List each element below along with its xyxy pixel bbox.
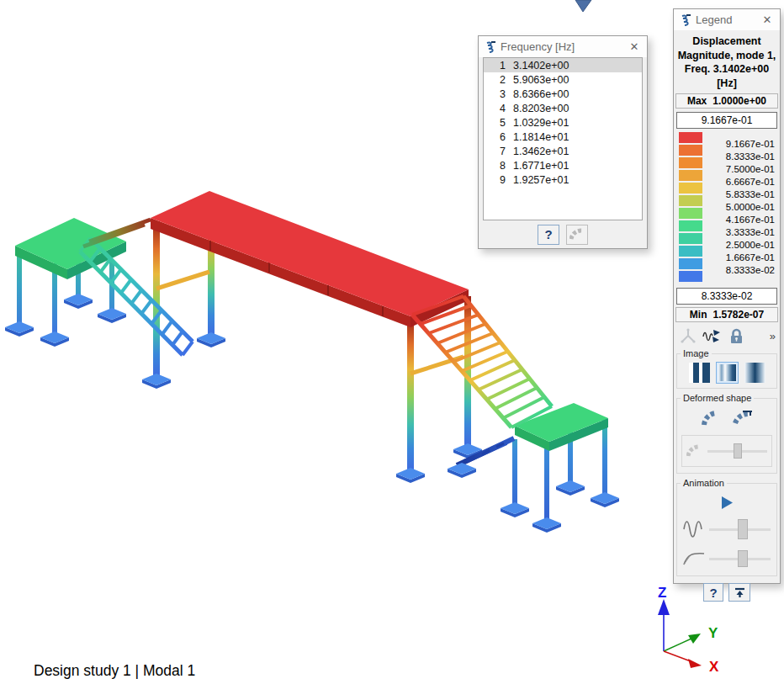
application-canvas: Z Y X Frequency [Hz] ✕ 13.1402e+0025.906…: [0, 0, 784, 700]
min-value: 1.5782e-07: [712, 309, 764, 321]
frequency-row-value: 1.0329e+01: [513, 117, 569, 129]
frequency-row-index: 1: [484, 60, 506, 72]
frequency-row-value: 5.9063e+00: [513, 74, 569, 86]
legend-footer: ?: [674, 580, 780, 606]
deformed-scale-slider[interactable]: [707, 450, 767, 453]
mirror-gradient-icon: [744, 363, 765, 383]
frequency-row-index: 4: [484, 103, 506, 114]
frequency-row-value: 8.6366e+00: [513, 88, 569, 100]
scale-tick-label: 5.0000e-01: [726, 201, 775, 213]
lock-icon[interactable]: [728, 328, 745, 344]
frequency-row-index: 3: [484, 88, 506, 100]
frequency-row-value: 8.8203e+00: [513, 103, 569, 114]
scale-tick-label: 8.3333e-01: [726, 151, 775, 162]
legend-header-text: Displacement Magnitude, mode 1, Freq. 3.…: [674, 30, 780, 93]
animation-frequency-row: [680, 512, 774, 545]
frequency-modeshape-button[interactable]: [566, 225, 588, 245]
axis-y-label: Y: [708, 625, 718, 641]
response-curve-icon: [683, 551, 705, 566]
legend-title: Legend: [696, 13, 755, 26]
scale-color-band: [679, 132, 702, 143]
animation-amplitude-thumb[interactable]: [738, 550, 748, 567]
scale-color-band: [679, 195, 702, 206]
image-style-mirror-button[interactable]: [744, 362, 766, 384]
frequency-dialog: Frequency [Hz] ✕ 13.1402e+0025.9063e+003…: [478, 35, 648, 249]
frequency-row-value: 1.6771e+01: [513, 160, 569, 172]
frequency-row[interactable]: 25.9063e+00: [484, 72, 642, 87]
view-rotate-arrow-icon[interactable]: [575, 0, 591, 12]
probe-plot-icon[interactable]: [702, 329, 722, 343]
sine-wave-icon: [683, 518, 705, 540]
frequency-row[interactable]: 71.3462e+01: [484, 144, 642, 158]
frequency-row-value: 1.9257e+01: [513, 174, 569, 186]
deformed-scale-icon[interactable]: [733, 410, 753, 427]
animation-frequency-slider[interactable]: [709, 528, 771, 531]
scale-tick-label: 5.8333e-01: [726, 188, 775, 200]
discrete-gradient-icon: [689, 363, 710, 383]
expand-chevron[interactable]: »: [770, 330, 775, 342]
max-value: 1.0000e+00: [712, 95, 766, 107]
model-viewport[interactable]: Z Y X: [0, 0, 784, 700]
image-group-label: Image: [681, 348, 712, 358]
color-scale: 9.1667e-018.3333e-017.5000e-016.6667e-01…: [679, 132, 776, 284]
frequency-row[interactable]: 91.9257e+01: [484, 172, 642, 187]
scale-color-band: [679, 170, 702, 181]
frequency-icon: [485, 40, 495, 54]
scale-color-band: [679, 183, 702, 194]
animation-amplitude-slider[interactable]: [709, 558, 771, 560]
frequency-close-icon[interactable]: ✕: [628, 40, 641, 53]
image-group: Image: [676, 353, 777, 389]
legend-dock-button[interactable]: [728, 583, 750, 602]
scale-color-band: [679, 208, 702, 219]
dock-icon: [734, 586, 746, 598]
legend-lower-bound-input[interactable]: [676, 288, 777, 305]
animation-frequency-thumb[interactable]: [738, 519, 748, 539]
frequency-row[interactable]: 38.6366e+00: [484, 87, 642, 101]
legend-toolbar: »: [674, 322, 780, 347]
frequency-row-index: 6: [484, 131, 506, 143]
model-lower-flight: [448, 438, 514, 478]
deformed-scale-slider-box: [681, 435, 772, 467]
animation-group-label: Animation: [681, 478, 727, 488]
smooth-gradient-icon: [718, 364, 736, 381]
axis-x-arrow: [688, 659, 702, 668]
frequency-row[interactable]: 51.0329e+01: [484, 115, 642, 130]
image-style-smooth-button[interactable]: [716, 362, 739, 384]
min-label: Min: [690, 309, 707, 321]
scale-color-band: [679, 246, 702, 257]
frequency-row[interactable]: 48.8203e+00: [484, 101, 642, 115]
legend-min-bar: Min 1.5782e-07: [675, 307, 778, 322]
frequency-dialog-titlebar[interactable]: Frequency [Hz] ✕: [479, 36, 647, 57]
legend-upper-bound-input[interactable]: [676, 112, 777, 129]
scale-color-band: [679, 157, 702, 168]
legend-help-button[interactable]: ?: [703, 583, 723, 602]
scale-tick-label: 3.3333e-01: [726, 226, 775, 238]
scale-color-band: [679, 145, 702, 156]
frequency-row[interactable]: 81.6771e+01: [484, 158, 642, 172]
frequency-row[interactable]: 13.1402e+00: [484, 58, 642, 72]
frequency-dialog-footer: ?: [479, 220, 647, 248]
axis-y-arrow: [688, 634, 701, 644]
deformed-shape-group: Deformed shape: [676, 398, 777, 474]
play-icon[interactable]: [722, 496, 733, 509]
scale-color-band: [679, 220, 702, 231]
axis-z-arrow: [658, 599, 670, 615]
legend-close-icon[interactable]: ✕: [760, 13, 774, 26]
frequency-row-index: 5: [484, 117, 506, 129]
legend-titlebar[interactable]: Legend ✕: [674, 9, 780, 30]
frequency-row-index: 9: [484, 174, 506, 186]
deformed-scale-slider-thumb[interactable]: [734, 443, 742, 459]
deformed-group-label: Deformed shape: [681, 393, 754, 403]
frequency-row-value: 1.1814e+01: [513, 131, 569, 143]
frequency-list[interactable]: 13.1402e+0025.9063e+0038.6366e+0048.8203…: [483, 57, 643, 220]
scale-tick-label: 9.1667e-01: [726, 138, 775, 150]
axis-z-label: Z: [658, 585, 666, 601]
frequency-row[interactable]: 61.1814e+01: [484, 130, 642, 144]
triad-tool-icon[interactable]: [680, 328, 697, 344]
model-right-platform: [515, 403, 608, 451]
image-style-discrete-button[interactable]: [688, 362, 711, 384]
deformed-shape-icon[interactable]: [701, 410, 719, 427]
scale-color-band: [679, 258, 702, 269]
max-label: Max: [687, 95, 707, 107]
frequency-help-button[interactable]: ?: [538, 225, 559, 245]
